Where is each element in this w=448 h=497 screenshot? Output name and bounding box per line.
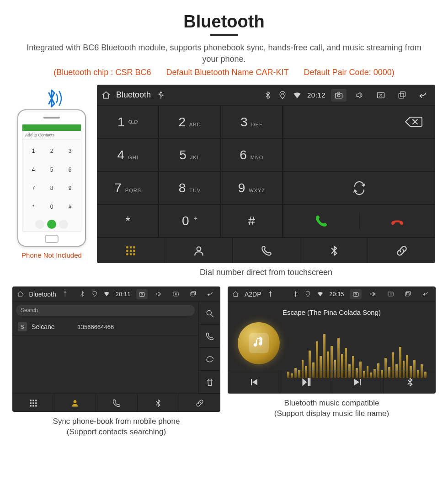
svg-point-35 [74, 400, 77, 403]
spec-code: Default Pair Code: 0000) [304, 68, 395, 77]
key-4-sub: GHI [128, 155, 139, 160]
spec-name: Default Bluetooth Name CAR-KIT [166, 68, 288, 77]
tab-recent-calls[interactable] [96, 394, 137, 412]
svg-rect-13 [126, 250, 128, 252]
status-bar: Bluetooth 20:12 [97, 85, 435, 106]
key-8[interactable]: 8TUV [159, 172, 220, 205]
key-star-num: * [125, 214, 130, 228]
dialer-unit: Bluetooth 20:12 [97, 85, 435, 263]
close-app-button[interactable] [384, 289, 396, 299]
back-button[interactable] [415, 89, 431, 102]
svg-rect-29 [30, 402, 31, 404]
contact-row[interactable]: S Seicane 13566664466 [12, 319, 198, 335]
phone-add-contacts: Add to Contacts [22, 131, 81, 140]
next-button[interactable] [332, 370, 384, 394]
close-app-button[interactable] [373, 89, 389, 102]
status-time: 20:12 [307, 91, 325, 99]
contacts-title: Bluetooth [29, 291, 56, 298]
call-button[interactable] [283, 214, 359, 228]
key-9[interactable]: 9WXYZ [221, 172, 283, 205]
tab-bluetooth[interactable] [300, 238, 368, 263]
spec-chip: (Bluetooth chip : CSR BC6 [53, 68, 151, 77]
key-7[interactable]: 7PQRS [97, 172, 159, 205]
svg-rect-39 [405, 293, 409, 297]
key-9-sub: WXYZ [249, 188, 265, 193]
tab-pair[interactable] [179, 394, 220, 412]
svg-rect-16 [126, 253, 128, 255]
svg-rect-34 [35, 405, 37, 406]
side-sync-button[interactable] [199, 348, 220, 371]
swap-button[interactable] [283, 172, 435, 205]
tab-bluetooth[interactable] [137, 394, 179, 412]
usb-icon [62, 291, 69, 297]
svg-point-9 [134, 120, 138, 124]
search-input[interactable]: Search [16, 305, 195, 316]
key-8-num: 8 [179, 181, 186, 195]
svg-rect-30 [32, 402, 34, 404]
tab-contacts[interactable] [54, 394, 96, 412]
tab-dialpad[interactable] [12, 394, 54, 412]
back-button[interactable] [419, 289, 431, 299]
key-0-plus: + [194, 215, 197, 222]
location-icon [278, 91, 287, 100]
key-1[interactable]: 1 [97, 106, 159, 139]
tab-recent-calls[interactable] [232, 238, 300, 263]
screenshot-button[interactable] [331, 89, 347, 102]
backspace-button[interactable] [283, 106, 435, 139]
key-hash[interactable]: # [221, 205, 283, 238]
tab-pair[interactable] [368, 238, 435, 263]
home-icon[interactable] [101, 91, 111, 100]
svg-rect-27 [32, 400, 34, 401]
close-app-button[interactable] [170, 289, 181, 299]
music-time: 20:15 [329, 291, 344, 297]
back-button[interactable] [204, 289, 216, 299]
key-3-sub: DEF [251, 122, 263, 127]
contacts-caption-l1: Sync phone-book from mobile phone [53, 417, 180, 426]
svg-rect-10 [126, 246, 128, 248]
key-1-num: 1 [117, 115, 125, 130]
contacts-unit: Bluetooth 20:11 Search [12, 286, 220, 412]
key-4[interactable]: 4GHI [97, 139, 159, 172]
side-search-button[interactable] [199, 302, 220, 325]
home-icon[interactable] [17, 291, 24, 297]
recents-button[interactable] [187, 289, 198, 299]
key-5[interactable]: 5JKL [159, 139, 220, 172]
key-5-num: 5 [179, 148, 187, 162]
recents-button[interactable] [394, 89, 410, 102]
bluetooth-icon [79, 291, 86, 297]
key-3[interactable]: 3DEF [221, 106, 283, 139]
tab-dialpad[interactable] [97, 238, 165, 263]
contacts-status-bar: Bluetooth 20:11 [12, 286, 220, 302]
svg-rect-44 [309, 378, 311, 386]
home-icon[interactable] [232, 291, 239, 297]
svg-rect-15 [133, 250, 135, 252]
dial-keypad: 1 2ABC 3DEF 4GHI 5JKL 6MNO 7PQRS 8TUV 9W… [97, 106, 283, 238]
prev-button[interactable] [228, 370, 280, 394]
key-2[interactable]: 2ABC [159, 106, 220, 139]
screenshot-button[interactable] [350, 289, 362, 299]
volume-button[interactable] [153, 289, 165, 299]
side-call-button[interactable] [199, 325, 220, 348]
recents-button[interactable] [402, 289, 414, 299]
key-8-sub: TUV [189, 188, 201, 193]
side-delete-button[interactable] [199, 371, 220, 394]
svg-rect-24 [192, 292, 196, 295]
screenshot-button[interactable] [136, 289, 148, 299]
tab-contacts[interactable] [165, 238, 232, 263]
key-9-num: 9 [238, 181, 245, 195]
hangup-button[interactable] [359, 213, 435, 229]
key-0-num: 0 [182, 214, 189, 228]
svg-point-2 [282, 93, 283, 95]
volume-button[interactable] [352, 89, 368, 102]
voicemail-icon [128, 119, 138, 126]
svg-rect-1 [162, 95, 164, 96]
wifi-icon [317, 291, 324, 297]
play-pause-button[interactable] [280, 370, 332, 394]
key-star[interactable]: * [97, 205, 159, 238]
music-bluetooth-button[interactable] [384, 370, 436, 394]
key-0[interactable]: 0+ [159, 205, 220, 238]
key-6[interactable]: 6MNO [221, 139, 283, 172]
contact-name: Seicane [32, 323, 55, 330]
key-4-num: 4 [117, 148, 125, 162]
volume-button[interactable] [367, 289, 379, 299]
